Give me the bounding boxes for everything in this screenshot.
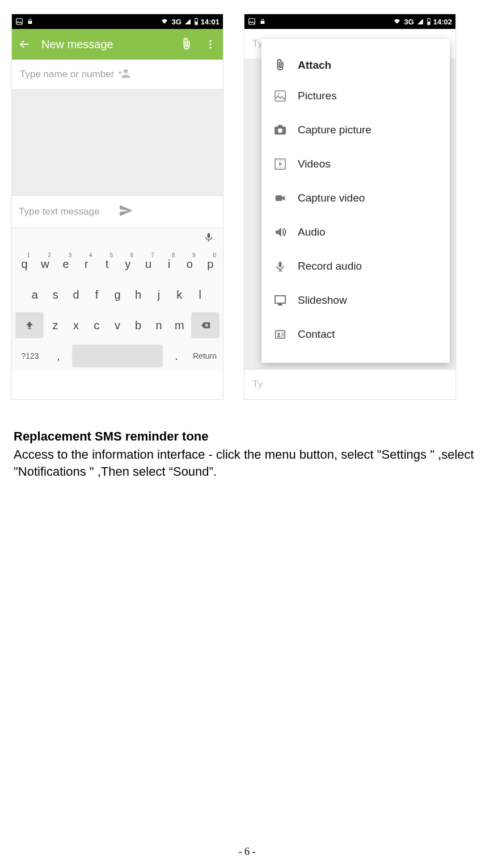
svg-rect-15 [428,22,430,24]
svg-rect-20 [278,125,282,127]
spacebar-key[interactable] [72,345,163,367]
attach-header-label: Attach [298,59,331,72]
attach-item-audio[interactable]: Audio [273,215,438,249]
clock-label: 14:02 [433,18,452,26]
svg-rect-3 [196,18,197,19]
section-heading: Replacement SMS reminder tone [14,429,480,444]
lock-icon [259,18,266,26]
key-w[interactable]: w2 [36,251,54,277]
attach-icon[interactable] [180,37,193,51]
attach-item-label: Record audio [298,260,362,272]
svg-point-7 [209,47,211,48]
svg-point-5 [209,40,211,42]
key-x[interactable]: x [67,312,85,338]
attach-item-label: Capture picture [298,124,371,136]
svg-rect-14 [428,18,429,19]
add-contact-icon[interactable] [117,67,215,82]
key-h[interactable]: h [129,282,147,308]
key-p[interactable]: p0 [201,251,219,277]
message-placeholder: Type text message [19,206,117,217]
symbols-key[interactable]: ?123 [15,351,45,360]
svg-rect-0 [16,19,23,25]
page-number: - 6 - [0,846,494,858]
key-c[interactable]: c [87,312,105,338]
dim-message-text: Ty [252,379,263,390]
attach-item-pictures[interactable]: Pictures [273,79,438,113]
attach-item-record-audio[interactable]: Record audio [273,249,438,283]
svg-rect-16 [275,91,285,101]
message-input-dimmed: Ty [244,369,455,399]
send-icon[interactable] [117,203,216,221]
comma-key[interactable]: , [47,343,70,369]
key-s[interactable]: s [46,282,64,308]
key-k[interactable]: k [170,282,188,308]
key-l[interactable]: l [191,282,209,308]
attach-item-label: Videos [298,158,331,170]
speaker-icon [273,225,288,240]
key-m[interactable]: m [170,312,188,338]
key-v[interactable]: v [108,312,126,338]
key-r[interactable]: r4 [77,251,95,277]
attach-item-label: Capture video [298,192,365,204]
attach-item-label: Slideshow [298,294,347,307]
phone-screenshot-attach-menu: 3G 14:02 Ty [244,14,456,400]
key-z[interactable]: z [46,312,64,338]
key-q[interactable]: q1 [15,251,33,277]
key-y[interactable]: y6 [119,251,137,277]
back-icon[interactable] [18,37,31,51]
key-a[interactable]: a [26,282,44,308]
battery-icon [427,18,431,26]
key-n[interactable]: n [150,312,168,338]
wifi-icon [392,18,402,25]
key-g[interactable]: g [108,282,126,308]
contact-card-icon [273,327,288,342]
attach-item-contact[interactable]: Contact [273,317,438,351]
status-bar: 3G 14:01 [12,14,223,29]
network-label: 3G [404,18,413,26]
svg-point-26 [277,333,280,335]
key-f[interactable]: f [87,282,105,308]
key-o[interactable]: o9 [180,251,199,277]
wifi-icon [160,18,169,25]
key-e[interactable]: e3 [57,251,75,277]
return-key[interactable]: Return [190,351,219,360]
shift-key[interactable] [15,312,44,338]
svg-rect-23 [279,262,282,267]
signal-icon [416,18,424,25]
svg-rect-1 [28,21,32,24]
key-j[interactable]: j [150,282,168,308]
svg-point-19 [278,128,282,133]
mic-icon[interactable] [204,231,214,246]
key-b[interactable]: b [129,312,147,338]
signal-icon [184,18,192,25]
period-key[interactable]: . [165,343,188,369]
soft-keyboard: q1w2e3r4t5y6u7i8o9p0 asdfghjkl zxcvbnm ?… [12,228,223,371]
attach-item-capture-video[interactable]: Capture video [273,181,438,215]
attach-item-slideshow[interactable]: Slideshow [273,283,438,317]
svg-point-6 [209,43,211,45]
mic-icon [273,259,288,274]
key-t[interactable]: t5 [98,251,116,277]
status-bar: 3G 14:02 [244,14,455,29]
key-u[interactable]: u7 [139,251,157,277]
svg-point-8 [124,69,128,73]
key-d[interactable]: d [67,282,85,308]
recipient-input[interactable]: Type name or number [12,60,223,90]
image-icon [248,18,256,26]
attach-item-capture-picture[interactable]: Capture picture [273,113,438,147]
message-input-row[interactable]: Type text message [12,195,223,228]
backspace-key[interactable] [191,312,219,338]
attach-menu-panel: Attach PicturesCapture pictureVideosCapt… [261,39,450,363]
attach-item-label: Audio [298,226,326,238]
recipient-placeholder: Type name or number [20,69,117,80]
svg-rect-22 [276,195,282,201]
overflow-menu-icon[interactable] [204,37,217,51]
key-i[interactable]: i8 [160,251,178,277]
screenshots-row: 3G 14:01 New message [11,14,483,400]
svg-rect-24 [275,296,285,303]
image-icon [15,18,23,26]
document-body-text: Replacement SMS reminder tone Access to … [11,429,483,480]
attach-item-label: Pictures [298,90,337,102]
message-body-area[interactable] [12,90,223,195]
attach-item-videos[interactable]: Videos [273,147,438,181]
